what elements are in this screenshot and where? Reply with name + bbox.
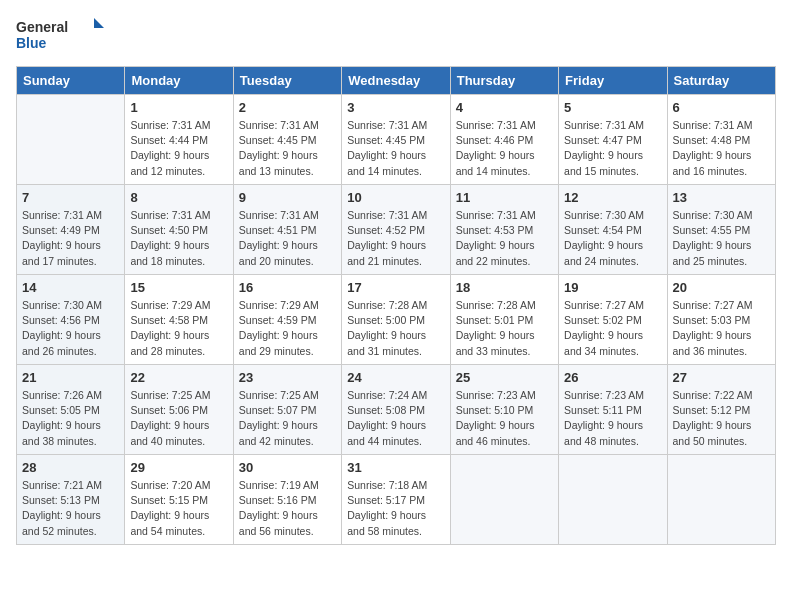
day-number: 27 <box>673 370 770 385</box>
day-content: Sunrise: 7:25 AMSunset: 5:06 PMDaylight:… <box>130 388 227 449</box>
day-content: Sunrise: 7:31 AMSunset: 4:52 PMDaylight:… <box>347 208 444 269</box>
calendar-cell <box>450 455 558 545</box>
calendar-cell: 5Sunrise: 7:31 AMSunset: 4:47 PMDaylight… <box>559 95 667 185</box>
calendar-week-row: 21Sunrise: 7:26 AMSunset: 5:05 PMDayligh… <box>17 365 776 455</box>
logo-svg: General Blue <box>16 16 106 54</box>
calendar-cell: 31Sunrise: 7:18 AMSunset: 5:17 PMDayligh… <box>342 455 450 545</box>
calendar-cell: 27Sunrise: 7:22 AMSunset: 5:12 PMDayligh… <box>667 365 775 455</box>
calendar-cell: 25Sunrise: 7:23 AMSunset: 5:10 PMDayligh… <box>450 365 558 455</box>
day-number: 18 <box>456 280 553 295</box>
calendar-cell: 16Sunrise: 7:29 AMSunset: 4:59 PMDayligh… <box>233 275 341 365</box>
calendar-cell: 1Sunrise: 7:31 AMSunset: 4:44 PMDaylight… <box>125 95 233 185</box>
weekday-header-row: SundayMondayTuesdayWednesdayThursdayFrid… <box>17 67 776 95</box>
calendar-cell: 3Sunrise: 7:31 AMSunset: 4:45 PMDaylight… <box>342 95 450 185</box>
day-number: 30 <box>239 460 336 475</box>
day-number: 17 <box>347 280 444 295</box>
calendar-cell: 24Sunrise: 7:24 AMSunset: 5:08 PMDayligh… <box>342 365 450 455</box>
day-content: Sunrise: 7:30 AMSunset: 4:55 PMDaylight:… <box>673 208 770 269</box>
day-number: 7 <box>22 190 119 205</box>
day-content: Sunrise: 7:31 AMSunset: 4:51 PMDaylight:… <box>239 208 336 269</box>
logo: General Blue <box>16 16 106 54</box>
day-content: Sunrise: 7:27 AMSunset: 5:03 PMDaylight:… <box>673 298 770 359</box>
calendar-cell: 11Sunrise: 7:31 AMSunset: 4:53 PMDayligh… <box>450 185 558 275</box>
calendar-cell: 28Sunrise: 7:21 AMSunset: 5:13 PMDayligh… <box>17 455 125 545</box>
day-content: Sunrise: 7:29 AMSunset: 4:59 PMDaylight:… <box>239 298 336 359</box>
day-number: 23 <box>239 370 336 385</box>
day-number: 13 <box>673 190 770 205</box>
day-number: 5 <box>564 100 661 115</box>
day-content: Sunrise: 7:31 AMSunset: 4:50 PMDaylight:… <box>130 208 227 269</box>
calendar-week-row: 14Sunrise: 7:30 AMSunset: 4:56 PMDayligh… <box>17 275 776 365</box>
weekday-header-sunday: Sunday <box>17 67 125 95</box>
day-number: 15 <box>130 280 227 295</box>
day-number: 4 <box>456 100 553 115</box>
calendar-cell: 14Sunrise: 7:30 AMSunset: 4:56 PMDayligh… <box>17 275 125 365</box>
calendar-week-row: 7Sunrise: 7:31 AMSunset: 4:49 PMDaylight… <box>17 185 776 275</box>
day-number: 16 <box>239 280 336 295</box>
day-number: 25 <box>456 370 553 385</box>
day-content: Sunrise: 7:30 AMSunset: 4:56 PMDaylight:… <box>22 298 119 359</box>
day-number: 11 <box>456 190 553 205</box>
day-number: 28 <box>22 460 119 475</box>
day-content: Sunrise: 7:20 AMSunset: 5:15 PMDaylight:… <box>130 478 227 539</box>
calendar-cell: 20Sunrise: 7:27 AMSunset: 5:03 PMDayligh… <box>667 275 775 365</box>
calendar-cell: 23Sunrise: 7:25 AMSunset: 5:07 PMDayligh… <box>233 365 341 455</box>
calendar-cell: 26Sunrise: 7:23 AMSunset: 5:11 PMDayligh… <box>559 365 667 455</box>
calendar-table: SundayMondayTuesdayWednesdayThursdayFrid… <box>16 66 776 545</box>
calendar-cell: 30Sunrise: 7:19 AMSunset: 5:16 PMDayligh… <box>233 455 341 545</box>
day-number: 1 <box>130 100 227 115</box>
calendar-cell: 7Sunrise: 7:31 AMSunset: 4:49 PMDaylight… <box>17 185 125 275</box>
day-content: Sunrise: 7:31 AMSunset: 4:47 PMDaylight:… <box>564 118 661 179</box>
day-content: Sunrise: 7:24 AMSunset: 5:08 PMDaylight:… <box>347 388 444 449</box>
day-content: Sunrise: 7:31 AMSunset: 4:44 PMDaylight:… <box>130 118 227 179</box>
svg-text:Blue: Blue <box>16 35 47 51</box>
calendar-cell: 19Sunrise: 7:27 AMSunset: 5:02 PMDayligh… <box>559 275 667 365</box>
calendar-cell: 8Sunrise: 7:31 AMSunset: 4:50 PMDaylight… <box>125 185 233 275</box>
calendar-cell: 6Sunrise: 7:31 AMSunset: 4:48 PMDaylight… <box>667 95 775 185</box>
calendar-cell: 13Sunrise: 7:30 AMSunset: 4:55 PMDayligh… <box>667 185 775 275</box>
calendar-cell <box>667 455 775 545</box>
calendar-cell: 4Sunrise: 7:31 AMSunset: 4:46 PMDaylight… <box>450 95 558 185</box>
weekday-header-saturday: Saturday <box>667 67 775 95</box>
calendar-cell: 22Sunrise: 7:25 AMSunset: 5:06 PMDayligh… <box>125 365 233 455</box>
day-number: 12 <box>564 190 661 205</box>
page-header: General Blue <box>16 16 776 54</box>
day-number: 10 <box>347 190 444 205</box>
calendar-cell: 12Sunrise: 7:30 AMSunset: 4:54 PMDayligh… <box>559 185 667 275</box>
calendar-cell <box>559 455 667 545</box>
day-content: Sunrise: 7:31 AMSunset: 4:53 PMDaylight:… <box>456 208 553 269</box>
day-content: Sunrise: 7:22 AMSunset: 5:12 PMDaylight:… <box>673 388 770 449</box>
day-number: 26 <box>564 370 661 385</box>
day-content: Sunrise: 7:25 AMSunset: 5:07 PMDaylight:… <box>239 388 336 449</box>
weekday-header-thursday: Thursday <box>450 67 558 95</box>
calendar-cell: 9Sunrise: 7:31 AMSunset: 4:51 PMDaylight… <box>233 185 341 275</box>
day-content: Sunrise: 7:26 AMSunset: 5:05 PMDaylight:… <box>22 388 119 449</box>
day-number: 19 <box>564 280 661 295</box>
weekday-header-friday: Friday <box>559 67 667 95</box>
day-content: Sunrise: 7:31 AMSunset: 4:48 PMDaylight:… <box>673 118 770 179</box>
calendar-cell: 29Sunrise: 7:20 AMSunset: 5:15 PMDayligh… <box>125 455 233 545</box>
day-content: Sunrise: 7:21 AMSunset: 5:13 PMDaylight:… <box>22 478 119 539</box>
day-content: Sunrise: 7:29 AMSunset: 4:58 PMDaylight:… <box>130 298 227 359</box>
calendar-cell: 21Sunrise: 7:26 AMSunset: 5:05 PMDayligh… <box>17 365 125 455</box>
calendar-cell: 2Sunrise: 7:31 AMSunset: 4:45 PMDaylight… <box>233 95 341 185</box>
day-content: Sunrise: 7:27 AMSunset: 5:02 PMDaylight:… <box>564 298 661 359</box>
weekday-header-tuesday: Tuesday <box>233 67 341 95</box>
weekday-header-wednesday: Wednesday <box>342 67 450 95</box>
day-content: Sunrise: 7:28 AMSunset: 5:00 PMDaylight:… <box>347 298 444 359</box>
svg-text:General: General <box>16 19 68 35</box>
day-number: 22 <box>130 370 227 385</box>
day-content: Sunrise: 7:23 AMSunset: 5:10 PMDaylight:… <box>456 388 553 449</box>
day-content: Sunrise: 7:23 AMSunset: 5:11 PMDaylight:… <box>564 388 661 449</box>
calendar-week-row: 28Sunrise: 7:21 AMSunset: 5:13 PMDayligh… <box>17 455 776 545</box>
calendar-cell: 17Sunrise: 7:28 AMSunset: 5:00 PMDayligh… <box>342 275 450 365</box>
svg-marker-1 <box>94 18 104 28</box>
day-number: 3 <box>347 100 444 115</box>
day-content: Sunrise: 7:18 AMSunset: 5:17 PMDaylight:… <box>347 478 444 539</box>
day-number: 14 <box>22 280 119 295</box>
day-number: 24 <box>347 370 444 385</box>
day-number: 8 <box>130 190 227 205</box>
day-number: 6 <box>673 100 770 115</box>
day-number: 9 <box>239 190 336 205</box>
weekday-header-monday: Monday <box>125 67 233 95</box>
